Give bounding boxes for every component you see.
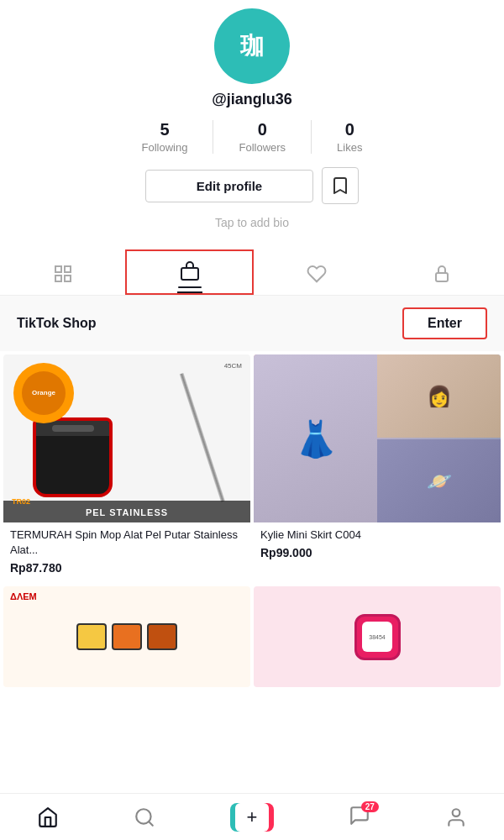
following-label: Following <box>142 141 188 154</box>
logo-text: Orange <box>32 389 55 397</box>
product-price-1: Rp87.780 <box>10 561 244 575</box>
create-button-container: + <box>230 803 274 832</box>
tab-underline <box>178 286 202 288</box>
bag-orange <box>112 623 142 650</box>
svg-point-8 <box>452 809 459 816</box>
nav-search[interactable] <box>134 806 155 828</box>
grid-icon <box>53 264 73 284</box>
skirt-right: 👩 🪐 <box>377 354 501 522</box>
product-card-2[interactable]: 👗 👩 🪐 Kylie Mini Skirt C004 Rp99.000 <box>254 354 501 583</box>
nav-profile[interactable] <box>445 806 467 828</box>
profile-icon <box>445 806 467 828</box>
dimensions: 45CM <box>224 361 242 372</box>
svg-rect-1 <box>65 266 71 272</box>
likes-count: 0 <box>345 120 354 139</box>
nav-home[interactable] <box>37 806 59 828</box>
bottom-nav: + 27 <box>0 793 504 840</box>
svg-line-7 <box>149 822 153 826</box>
profile-section: 珈 @jianglu36 5 Following 0 Followers 0 L… <box>0 0 504 239</box>
bucket <box>33 417 113 497</box>
svg-rect-4 <box>181 268 198 280</box>
svg-rect-5 <box>436 273 448 281</box>
tab-grid[interactable] <box>0 254 125 291</box>
product-info-2: Kylie Mini Skirt C004 Rp99.000 <box>254 522 501 568</box>
shop-bag-icon <box>179 260 201 281</box>
followers-stat[interactable]: 0 Followers <box>213 120 312 154</box>
nav-inbox[interactable]: 27 <box>349 805 370 830</box>
edit-profile-button[interactable]: Edit profile <box>145 170 313 202</box>
product-price-2: Rp99.000 <box>260 546 494 559</box>
stats-row: 5 Following 0 Followers 0 Likes <box>117 120 388 154</box>
tr02-label: TR02 <box>12 497 30 506</box>
mop-product-image: Orange 45CM PEL STAINLESS TR02 <box>3 354 250 522</box>
bio-placeholder[interactable]: Tap to add bio <box>215 216 289 229</box>
svg-rect-3 <box>65 276 71 281</box>
inbox-badge: 27 <box>361 801 379 812</box>
bookmark-icon <box>332 176 349 195</box>
product-grid: Orange 45CM PEL STAINLESS TR02 TERMURAH … <box>0 351 504 586</box>
bag-brand: ΔΛΕΜ <box>10 591 37 601</box>
nav-spacer <box>0 690 504 741</box>
bottom-row: ΔΛΕΜ 38454 <box>0 586 504 690</box>
liked-icon <box>307 264 327 284</box>
tab-shop[interactable] <box>125 249 254 295</box>
username: @jianglu36 <box>212 91 292 108</box>
skirt-right-top: 👩 <box>377 354 501 438</box>
watch-time: 38454 <box>369 634 385 640</box>
product-card-3[interactable]: ΔΛΕΜ <box>3 586 250 687</box>
create-btn-white: + <box>235 803 269 832</box>
product-label-text: PEL STAINLESS <box>86 507 168 517</box>
search-icon <box>134 806 155 828</box>
skirt-emoji-left: 👗 <box>294 418 338 459</box>
orange-logo: Orange <box>13 363 74 423</box>
bag-yellow <box>76 623 107 650</box>
following-stat[interactable]: 5 Following <box>117 120 214 154</box>
svg-rect-0 <box>55 266 61 272</box>
product-name-2: Kylie Mini Skirt C004 <box>260 528 494 543</box>
product-card-4[interactable]: 38454 <box>254 586 501 687</box>
skirt-right-bottom: 🪐 <box>377 439 501 522</box>
nav-create[interactable]: + <box>230 803 274 832</box>
tabs-row <box>0 249 504 296</box>
plus-icon: + <box>247 806 258 828</box>
product-label-overlay: PEL STAINLESS <box>3 501 250 522</box>
likes-label: Likes <box>337 141 362 154</box>
mop-handle <box>180 373 225 502</box>
inner-logo: Orange <box>22 371 66 415</box>
inbox-icon-container: 27 <box>349 805 370 830</box>
skirt-product-image: 👗 👩 🪐 <box>254 354 501 522</box>
home-icon <box>37 806 59 828</box>
watch-shape: 38454 <box>354 614 401 660</box>
bookmark-button[interactable] <box>322 167 359 204</box>
skirt-left: 👗 <box>254 354 377 522</box>
watch-screen: 38454 <box>362 622 392 652</box>
product-info-1: TERMURAH Spin Mop Alat Pel Putar Stainle… <box>3 522 250 583</box>
tab-private[interactable] <box>379 254 504 291</box>
lock-icon <box>432 264 452 284</box>
followers-count: 0 <box>258 120 267 139</box>
avatar: 珈 <box>214 8 290 84</box>
bag-dark-orange <box>147 623 177 650</box>
bucket-handle <box>52 425 94 432</box>
action-buttons: Edit profile <box>145 167 359 204</box>
followers-label: Followers <box>239 141 286 154</box>
tab-liked[interactable] <box>254 254 379 291</box>
shop-banner: TikTok Shop Enter <box>0 296 504 351</box>
enter-shop-button[interactable]: Enter <box>402 307 487 339</box>
shop-title: TikTok Shop <box>17 316 97 331</box>
likes-stat[interactable]: 0 Likes <box>312 120 387 154</box>
product-name-1: TERMURAH Spin Mop Alat Pel Putar Stainle… <box>10 528 244 558</box>
watch-product-image: 38454 <box>254 586 501 687</box>
bag-product-image: ΔΛΕΜ <box>3 586 250 687</box>
avatar-text: 珈 <box>240 30 264 62</box>
following-count: 5 <box>160 120 169 139</box>
product-card-1[interactable]: Orange 45CM PEL STAINLESS TR02 TERMURAH … <box>3 354 250 583</box>
svg-rect-2 <box>55 276 61 281</box>
